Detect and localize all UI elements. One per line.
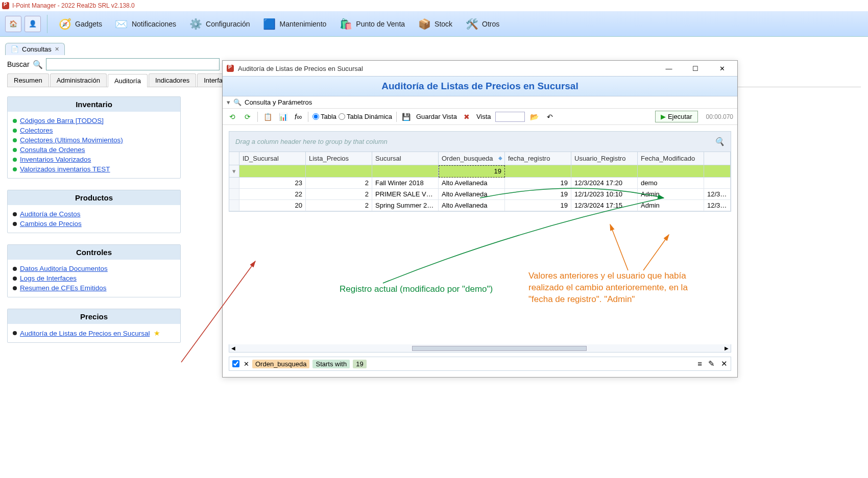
- open-button[interactable]: 📂: [529, 111, 540, 122]
- filter-close-icon[interactable]: ✕: [721, 359, 728, 368]
- col-orden-busqueda[interactable]: Orden_busqueda◆: [439, 152, 505, 165]
- radio-input[interactable]: [339, 113, 345, 120]
- filter-cell[interactable]: [704, 165, 731, 178]
- link-datos-auditoria[interactable]: Datos Auditoría Documentos: [20, 265, 108, 272]
- close-icon[interactable]: ✕: [55, 46, 59, 53]
- scroll-left-icon[interactable]: ◀: [229, 345, 237, 351]
- home-button[interactable]: 🏠: [5, 16, 21, 32]
- page-header: Auditoría de Listas de Precios en Sucurs…: [223, 76, 737, 96]
- horizontal-scrollbar[interactable]: ◀ ▶: [229, 344, 731, 353]
- radio-dinamica[interactable]: Tabla Dinámica: [339, 113, 392, 120]
- filter-cell[interactable]: [505, 165, 571, 178]
- ejecutar-button[interactable]: ▶Ejecutar: [655, 111, 698, 122]
- col-id-sucursal[interactable]: ID_Sucursal: [239, 152, 306, 165]
- cell: 2: [306, 200, 372, 211]
- guardar-vista-button[interactable]: Guardar Vista: [416, 113, 457, 120]
- export-button[interactable]: 📊: [277, 111, 288, 122]
- col-sucursal[interactable]: Sucursal: [372, 152, 439, 165]
- document-tabs: 📄 Consultas ✕: [0, 40, 868, 55]
- link-resumen-cfes[interactable]: Resumen de CFEs Emitidos: [20, 284, 107, 292]
- chevron-down-icon[interactable]: ▾: [227, 98, 230, 106]
- ribbon-mantenimiento[interactable]: 🟦Mantenimiento: [257, 15, 331, 33]
- fx-button[interactable]: f∞: [293, 111, 304, 122]
- filter-cell[interactable]: [571, 165, 638, 178]
- filter-cell[interactable]: [306, 165, 372, 178]
- ribbon-otros[interactable]: 🛠️Otros: [460, 15, 504, 33]
- table-row[interactable]: 222PRIMER SALE VER...Alto Avellaneda1912…: [229, 189, 731, 200]
- link-auditoria-listas-precios[interactable]: Auditoría de Listas de Precios en Sucurs…: [20, 330, 150, 337]
- view-mode: Tabla Tabla Dinámica: [312, 113, 392, 120]
- cell: 2: [306, 178, 372, 189]
- link-colectores-ult[interactable]: Colectores (Ultimos Movimientos): [20, 136, 123, 144]
- window-titlebar: Auditoría de Listas de Precios en Sucurs…: [223, 61, 737, 76]
- link-auditoria-costos[interactable]: Auditoría de Costos: [20, 210, 81, 218]
- tab-administracion[interactable]: Administración: [50, 73, 107, 87]
- close-button[interactable]: ✕: [711, 61, 733, 76]
- ribbon-gadgets[interactable]: 🧭Gadgets: [53, 15, 107, 33]
- bullet-icon: [13, 212, 17, 216]
- cell: 23: [239, 178, 306, 189]
- back-button[interactable]: ⟲: [227, 111, 238, 122]
- ribbon-configuracion[interactable]: ⚙️Configuración: [183, 15, 255, 33]
- link-inv-valorizados[interactable]: Inventarios Valorizados: [20, 156, 91, 163]
- link-consulta-ordenes[interactable]: Consulta de Ordenes: [20, 146, 85, 154]
- bullet-icon: [13, 148, 17, 152]
- table-row[interactable]: 202Spring Summer 20...Alto Avellaneda191…: [229, 200, 731, 211]
- copy-button[interactable]: 📋: [262, 111, 273, 122]
- col-fecha-registro[interactable]: fecha_registro: [505, 152, 571, 165]
- col-extra[interactable]: [704, 152, 731, 165]
- link-codigos-barra[interactable]: Códigos de Barra [TODOS]: [20, 117, 104, 124]
- forward-button[interactable]: ⟳: [242, 111, 253, 122]
- maximize-button[interactable]: ☐: [684, 61, 707, 76]
- minimize-button[interactable]: —: [658, 61, 680, 76]
- home-icon: 🏠: [9, 20, 17, 28]
- filter-cell[interactable]: [638, 165, 704, 178]
- col-lista-precios[interactable]: Lista_Precios: [306, 152, 372, 165]
- ribbon-stock[interactable]: 📦Stock: [412, 15, 457, 33]
- radio-input[interactable]: [312, 113, 319, 120]
- table-row[interactable]: 232Fall Winter 2018Alto Avellaneda1912/3…: [229, 178, 731, 189]
- tab-consultas[interactable]: 📄 Consultas ✕: [5, 43, 65, 55]
- row-selector[interactable]: [229, 178, 239, 189]
- link-valorizados-test[interactable]: Valorizados inventarios TEST: [20, 165, 110, 173]
- tab-indicadores[interactable]: Indicadores: [149, 73, 196, 87]
- filter-menu-icon[interactable]: ≡: [697, 359, 702, 368]
- filter-enabled-checkbox[interactable]: [232, 360, 239, 367]
- search-icon[interactable]: 🔍: [714, 137, 725, 146]
- row-selector[interactable]: [229, 189, 239, 200]
- ribbon-notificaciones[interactable]: ✉️Notificaciones: [109, 15, 181, 33]
- search-input[interactable]: [46, 58, 220, 70]
- col-usuario-registro[interactable]: Usuario_Registro: [571, 152, 638, 165]
- filter-edit-icon[interactable]: ✎: [708, 359, 715, 368]
- filter-selector[interactable]: ▾: [229, 165, 239, 178]
- tab-auditoria[interactable]: Auditoría: [108, 74, 148, 87]
- filter-cell[interactable]: [239, 165, 306, 178]
- link-logs-interfaces[interactable]: Logs de Interfaces: [20, 274, 77, 282]
- delete-button[interactable]: ✖: [461, 111, 472, 122]
- scroll-thumb[interactable]: [412, 346, 587, 351]
- radio-tabla[interactable]: Tabla: [312, 113, 336, 120]
- group-panel[interactable]: Drag a column header here to group by th…: [229, 131, 731, 152]
- tiles-icon: 🟦: [262, 17, 276, 31]
- save-icon[interactable]: 💾: [401, 111, 412, 122]
- cell: Alto Avellaneda: [439, 189, 505, 200]
- bullet-icon: [13, 286, 17, 290]
- button-label: Ejecutar: [668, 113, 692, 120]
- clear-filter-icon[interactable]: ✕: [244, 360, 249, 368]
- filter-cell-orden[interactable]: 19: [439, 165, 505, 178]
- user-button[interactable]: 👤: [25, 16, 41, 32]
- row-selector[interactable]: [229, 200, 239, 211]
- bullet-icon: [13, 138, 17, 142]
- filter-cell[interactable]: [372, 165, 439, 178]
- vista-input[interactable]: [495, 112, 525, 122]
- col-fecha-modificado[interactable]: Fecha_Modificado: [638, 152, 704, 165]
- row-selector-header[interactable]: [229, 152, 239, 165]
- scroll-track[interactable]: [237, 345, 722, 351]
- undo-button[interactable]: ↶: [544, 111, 556, 122]
- tab-resumen[interactable]: Resumen: [7, 73, 49, 87]
- cell: Admin: [638, 200, 704, 211]
- link-colectores[interactable]: Colectores: [20, 127, 53, 134]
- scroll-right-icon[interactable]: ▶: [722, 345, 731, 351]
- link-cambios-precios[interactable]: Cambios de Precios: [20, 220, 82, 228]
- ribbon-pdv[interactable]: 🛍️Punto de Venta: [333, 15, 410, 33]
